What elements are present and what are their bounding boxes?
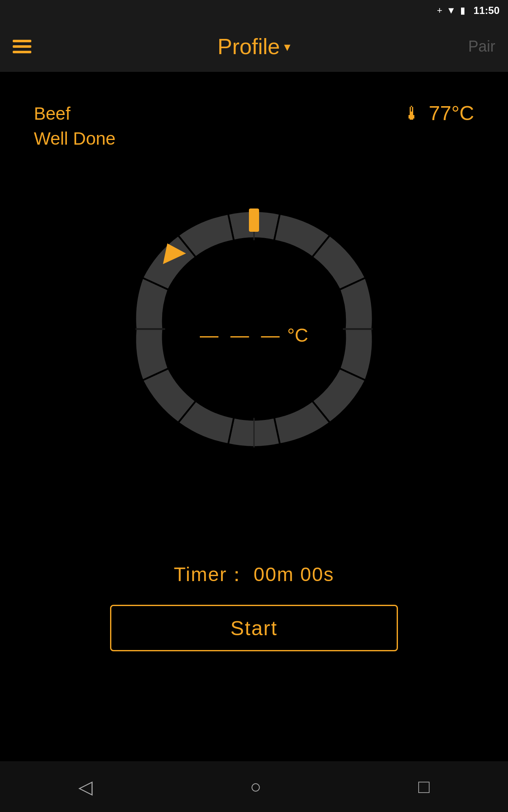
timer-row: Timer： 00m 00s	[85, 562, 423, 588]
profile-label: Profile	[218, 34, 280, 59]
menu-button[interactable]	[13, 40, 31, 53]
bluetooth-icon: +	[437, 5, 442, 16]
meat-type: Beef	[34, 102, 116, 126]
gauge-center: — — — °C	[200, 312, 308, 346]
thermometer-icon: 🌡	[403, 103, 421, 124]
battery-icon: ▮	[460, 5, 465, 16]
status-icons: + ▼ ▮ 11:50	[437, 5, 500, 16]
gauge-wrapper: — — — °C	[110, 185, 398, 473]
temp-unit: °C	[287, 325, 308, 346]
status-time: 11:50	[474, 5, 500, 16]
profile-dropdown[interactable]: Profile ▾	[218, 34, 290, 59]
start-button[interactable]: Start	[110, 605, 398, 651]
home-button[interactable]: ○	[250, 776, 261, 797]
timer-section: Timer： 00m 00s Start	[85, 562, 423, 651]
temp-dashes: — — —	[200, 325, 283, 346]
dropdown-arrow-icon: ▾	[284, 39, 290, 54]
gauge-container: — — — °C	[25, 185, 483, 473]
current-temp-reading: — — — °C	[200, 325, 308, 346]
status-bar: + ▼ ▮ 11:50	[0, 0, 508, 21]
meat-info: Beef Well Done	[34, 102, 116, 151]
target-temp-display: 🌡 77°C	[403, 102, 474, 125]
nav-bar: ◁ ○ □	[0, 761, 508, 812]
meat-doneness: Well Done	[34, 126, 116, 151]
recent-button[interactable]: □	[418, 776, 430, 797]
target-temp-value: 77°C	[429, 102, 474, 125]
info-row: Beef Well Done 🌡 77°C	[25, 89, 483, 151]
main-content: Beef Well Done 🌡 77°C	[0, 72, 508, 761]
timer-label: Timer：	[174, 563, 247, 585]
back-button[interactable]: ◁	[78, 776, 93, 798]
app-bar: Profile ▾ Pair	[0, 21, 508, 72]
svg-rect-5	[249, 208, 259, 232]
timer-value: 00m 00s	[254, 563, 334, 585]
pair-button[interactable]: Pair	[468, 38, 495, 55]
wifi-icon: ▼	[447, 5, 456, 16]
